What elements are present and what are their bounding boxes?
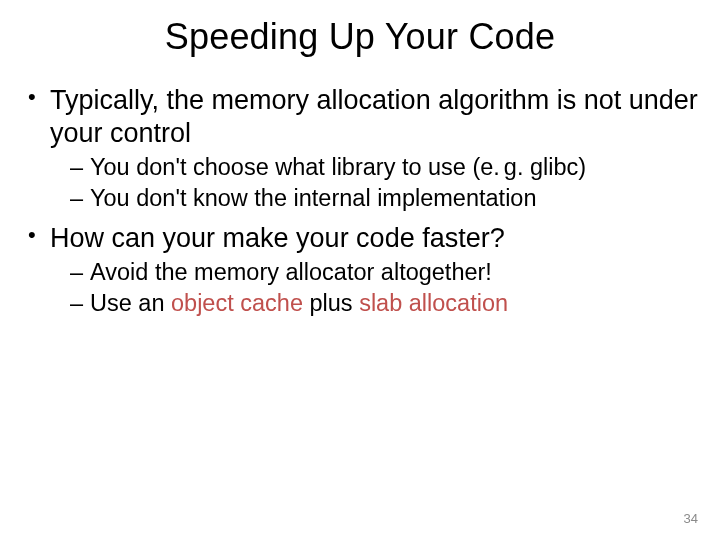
object-cache-term: object cache [171,290,303,316]
bullet-list-level1: Typically, the memory allocation algorit… [20,84,700,319]
bullet-1-text: Typically, the memory allocation algorit… [50,85,698,148]
bullet-2b-pre: Use an [90,290,171,316]
bullet-2b-mid: plus [303,290,359,316]
bullet-2b: Use an object cache plus slab allocation [70,288,700,319]
bullet-1a: You don't choose what library to use (e.… [70,152,700,183]
bullet-2-text: How can your make your code faster? [50,223,505,253]
bullet-2a: Avoid the memory allocator altogether! [70,257,700,288]
bullet-1b: You don't know the internal implementati… [70,183,700,214]
slide-title: Speeding Up Your Code [20,16,700,58]
bullet-1: Typically, the memory allocation algorit… [26,84,700,214]
slab-allocation-term: slab allocation [359,290,508,316]
bullet-2-sublist: Avoid the memory allocator altogether! U… [50,257,700,319]
bullet-2: How can your make your code faster? Avoi… [26,222,700,319]
page-number: 34 [684,511,698,526]
bullet-1-sublist: You don't choose what library to use (e.… [50,152,700,214]
